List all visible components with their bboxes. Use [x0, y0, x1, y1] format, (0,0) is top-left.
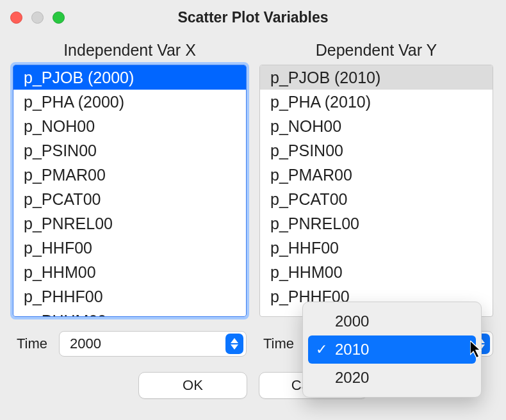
x-time-label: Time [17, 335, 47, 352]
list-item[interactable]: p_PNREL00 [260, 211, 493, 236]
list-item[interactable]: p_PJOB (2000) [13, 65, 246, 90]
list-item[interactable]: p_PSIN00 [260, 138, 493, 163]
chevron-up-down-icon [225, 334, 243, 354]
menu-item[interactable]: 2000 [308, 307, 476, 335]
x-heading: Independent Var X [63, 41, 196, 60]
menu-item[interactable]: ✓2010 [308, 335, 476, 364]
y-heading: Dependent Var Y [316, 41, 437, 60]
x-time-value: 2000 [70, 335, 101, 352]
traffic-lights [10, 12, 65, 24]
list-item[interactable]: p_PHA (2000) [13, 90, 246, 114]
list-item[interactable]: p_PJOB (2010) [260, 65, 493, 90]
y-variable-listbox[interactable]: p_PJOB (2010)p_PHA (2010)p_NOH00p_PSIN00… [259, 65, 493, 317]
titlebar [0, 0, 506, 35]
list-item[interactable]: p_PHHM00 [13, 309, 246, 317]
x-variable-panel: Independent Var X p_PJOB (2000)p_PHA (20… [13, 41, 247, 357]
menu-item-label: 2020 [335, 369, 369, 386]
svg-marker-1 [231, 344, 238, 350]
list-item[interactable]: p_PSIN00 [13, 138, 246, 163]
menu-item[interactable]: 2020 [308, 364, 476, 392]
zoom-window-button[interactable] [53, 12, 65, 24]
close-window-button[interactable] [10, 12, 22, 24]
list-item[interactable]: p_PHHF00 [13, 284, 246, 309]
list-item[interactable]: p_HHF00 [260, 236, 493, 260]
list-item[interactable]: p_NOH00 [13, 114, 246, 138]
minimize-window-button [31, 12, 44, 24]
list-item[interactable]: p_PMAR00 [260, 163, 493, 187]
list-item[interactable]: p_PCAT00 [260, 187, 493, 211]
list-item[interactable]: p_NOH00 [260, 114, 493, 138]
x-variable-listbox[interactable]: p_PJOB (2000)p_PHA (2000)p_NOH00p_PSIN00… [13, 65, 247, 317]
menu-item-label: 2010 [335, 341, 369, 358]
svg-marker-0 [231, 338, 238, 343]
ok-button[interactable]: OK [138, 372, 247, 399]
check-icon: ✓ [316, 339, 327, 360]
y-time-label: Time [263, 335, 294, 352]
y-time-popup-menu[interactable]: 2000✓20102020 [302, 302, 482, 398]
list-item[interactable]: p_HHM00 [13, 260, 246, 284]
list-item[interactable]: p_HHF00 [13, 236, 246, 260]
list-item[interactable]: p_PCAT00 [13, 187, 246, 211]
menu-item-label: 2000 [335, 312, 369, 330]
list-item[interactable]: p_PMAR00 [13, 163, 246, 187]
list-item[interactable]: p_HHM00 [260, 260, 493, 284]
x-time-row: Time 2000 [13, 331, 247, 357]
list-item[interactable]: p_PHA (2010) [260, 90, 493, 114]
x-time-select[interactable]: 2000 [59, 331, 247, 357]
list-item[interactable]: p_PNREL00 [13, 211, 246, 236]
